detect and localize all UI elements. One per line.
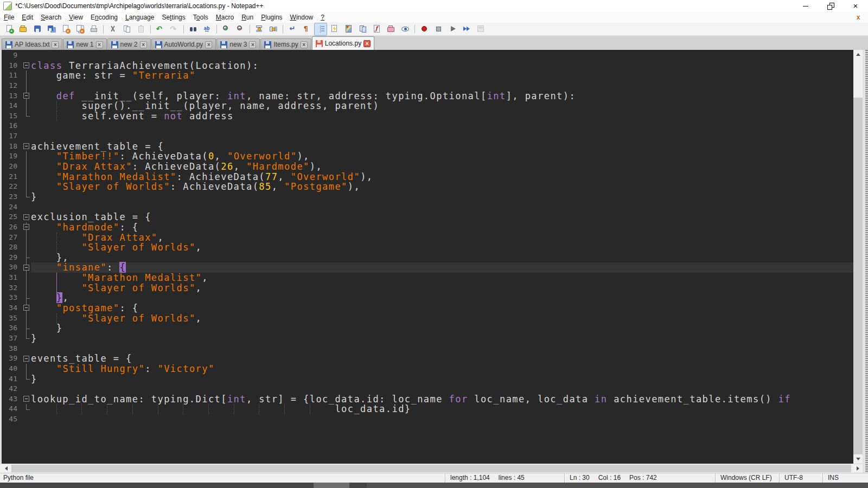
menu-plugins[interactable]: Plugins: [257, 12, 286, 23]
tab-items-py[interactable]: Items.py×: [260, 38, 311, 50]
close-document-x-icon[interactable]: x: [854, 14, 863, 21]
menu-language[interactable]: Language: [122, 12, 158, 23]
menu-macro[interactable]: Macro: [212, 12, 238, 23]
menu-edit[interactable]: Edit: [18, 12, 37, 23]
sync-horizontal-scrolling-button[interactable]: [267, 23, 280, 36]
macro-record-button[interactable]: [418, 23, 431, 36]
show-indent-guide-button[interactable]: [314, 23, 327, 36]
close-tab-icon[interactable]: ×: [140, 41, 147, 48]
close-button[interactable]: ×: [843, 0, 868, 12]
scroll-right-arrow-icon[interactable]: [853, 464, 863, 473]
menu-tools[interactable]: Tools: [189, 12, 212, 23]
cut-button[interactable]: [106, 23, 119, 36]
find-button[interactable]: [187, 23, 200, 36]
zoom-in-button[interactable]: [220, 23, 233, 36]
fold-margin[interactable]: [22, 242, 31, 253]
restore-button[interactable]: [818, 0, 843, 12]
zoom-out-button[interactable]: [234, 23, 247, 36]
fold-margin[interactable]: [22, 283, 31, 293]
fold-margin[interactable]: [22, 61, 31, 71]
function-list-button[interactable]: [371, 23, 384, 36]
fold-collapse-icon[interactable]: [23, 265, 29, 271]
fold-margin[interactable]: [22, 101, 31, 111]
horizontal-scrollbar[interactable]: [0, 464, 863, 473]
macro-playback-button[interactable]: [446, 23, 459, 36]
tab-new-1[interactable]: new 1×: [63, 38, 106, 50]
function-list-panel-button[interactable]: [328, 23, 341, 36]
fold-margin[interactable]: [22, 142, 31, 152]
eol-format-status[interactable]: Windows (CR LF): [715, 473, 779, 483]
print-button[interactable]: [87, 23, 100, 36]
document-list-button[interactable]: [356, 23, 369, 36]
menu-view[interactable]: View: [65, 12, 87, 23]
document-map-button[interactable]: [342, 23, 355, 36]
fold-margin[interactable]: [22, 172, 31, 182]
fold-margin[interactable]: [22, 182, 31, 192]
replace-button[interactable]: [201, 23, 214, 36]
scroll-down-arrow-icon[interactable]: [853, 454, 863, 464]
folder-as-workspace-button[interactable]: [385, 23, 398, 36]
tab-autoworld-py[interactable]: AutoWorld.py×: [151, 38, 216, 50]
close-tab-icon[interactable]: ×: [301, 41, 308, 48]
fold-collapse-icon[interactable]: [23, 62, 29, 68]
fold-collapse-icon[interactable]: [23, 214, 29, 220]
save-all-button[interactable]: [45, 23, 58, 36]
macro-stop-button[interactable]: [432, 23, 445, 36]
redo-button[interactable]: [168, 23, 181, 36]
tab-new-2[interactable]: new 2×: [107, 38, 151, 50]
menu-settings[interactable]: Settings: [158, 12, 189, 23]
show-all-characters-button[interactable]: [300, 23, 313, 36]
fold-margin[interactable]: [22, 111, 31, 121]
fold-margin[interactable]: [22, 303, 31, 313]
close-tab-icon[interactable]: ×: [363, 40, 371, 47]
fold-margin[interactable]: [22, 404, 31, 414]
fold-collapse-icon[interactable]: [23, 93, 29, 99]
open-file-button[interactable]: [17, 23, 30, 36]
paste-button[interactable]: [135, 23, 148, 36]
close-tab-icon[interactable]: ×: [249, 41, 256, 48]
scroll-up-arrow-icon[interactable]: [853, 50, 863, 59]
fold-margin[interactable]: [22, 222, 31, 233]
macro-save-button[interactable]: [474, 23, 487, 36]
fold-margin[interactable]: [22, 333, 31, 344]
tab-locations-py[interactable]: Locations.py×: [312, 36, 374, 50]
menu-window[interactable]: Window: [286, 12, 317, 23]
fold-collapse-icon[interactable]: [23, 305, 29, 311]
close-tab-icon[interactable]: ×: [52, 41, 59, 48]
fold-margin[interactable]: [22, 253, 31, 263]
close-tab-icon[interactable]: ×: [96, 41, 103, 48]
minimize-button[interactable]: [793, 0, 818, 12]
fold-margin[interactable]: [22, 70, 31, 81]
fold-collapse-icon[interactable]: [23, 224, 29, 230]
fold-margin[interactable]: [22, 313, 31, 324]
macro-run-multiple-button[interactable]: [460, 23, 473, 36]
fold-collapse-icon[interactable]: [23, 356, 29, 362]
fold-collapse-icon[interactable]: [23, 143, 29, 149]
close-all-button[interactable]: [73, 23, 86, 36]
fold-margin[interactable]: [22, 354, 31, 364]
fold-margin[interactable]: [22, 293, 31, 303]
fold-margin[interactable]: [22, 91, 31, 101]
word-wrap-button[interactable]: [286, 23, 299, 36]
menu-file[interactable]: File: [0, 12, 18, 23]
close-file-button[interactable]: [59, 23, 72, 36]
fold-margin[interactable]: [22, 162, 31, 172]
sync-vertical-scrolling-button[interactable]: [253, 23, 266, 36]
undo-button[interactable]: [154, 23, 167, 36]
encoding-status[interactable]: UTF-8: [779, 473, 822, 483]
copy-button[interactable]: [120, 23, 133, 36]
fold-margin[interactable]: [22, 262, 31, 273]
fold-margin[interactable]: [22, 192, 31, 202]
new-file-button[interactable]: [3, 23, 16, 36]
fold-margin[interactable]: [22, 364, 31, 374]
scroll-left-arrow-icon[interactable]: [2, 464, 11, 473]
monitoring-button[interactable]: [399, 23, 412, 36]
horizontal-scrollbar-thumb[interactable]: [11, 465, 851, 472]
menu-search[interactable]: Search: [37, 12, 65, 23]
vertical-scrollbar-thumb[interactable]: [853, 98, 863, 454]
fold-margin[interactable]: [22, 233, 31, 243]
tab-new-3[interactable]: new 3×: [216, 38, 260, 50]
code-editor[interactable]: 910class TerrariaAchievement(Location):1…: [0, 50, 868, 464]
menu-[interactable]: ?: [317, 12, 328, 23]
menu-encoding[interactable]: Encoding: [87, 12, 122, 23]
